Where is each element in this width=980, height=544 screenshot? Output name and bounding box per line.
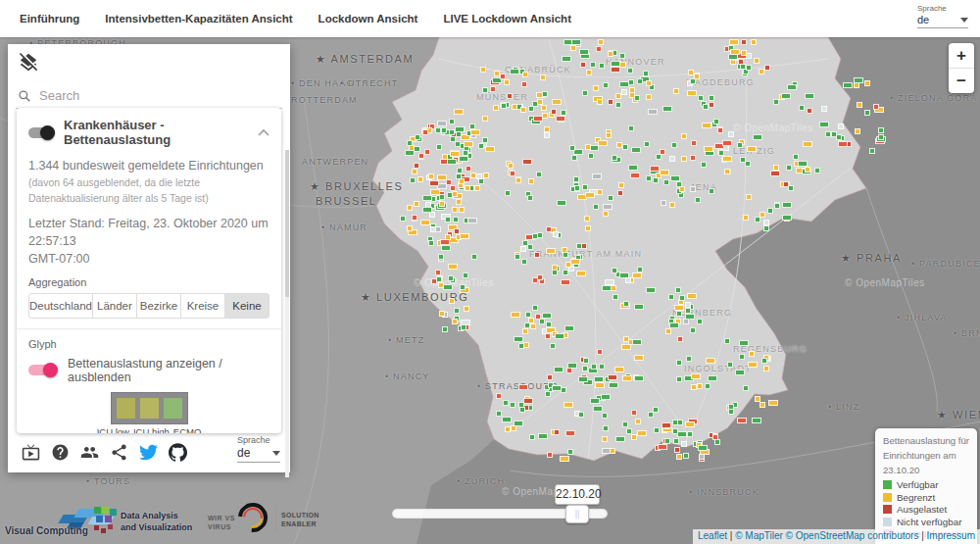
zoom-out-button[interactable]: −: [949, 69, 974, 93]
hospital-glyph[interactable]: [646, 175, 652, 181]
hospital-glyph[interactable]: [687, 293, 697, 299]
attribution-link[interactable]: © MapTiler: [735, 530, 783, 541]
aggregation-bezirke-button[interactable]: Bezirke: [136, 293, 181, 319]
hospital-glyph[interactable]: [774, 203, 780, 209]
hospital-glyph[interactable]: [508, 163, 514, 169]
hospital-glyph[interactable]: [687, 431, 693, 437]
hospital-glyph[interactable]: [428, 240, 434, 246]
hospital-glyph[interactable]: [619, 53, 625, 59]
hospital-glyph[interactable]: [670, 175, 680, 181]
video-tutorial-icon[interactable]: [22, 443, 40, 462]
hospital-glyph[interactable]: [522, 328, 528, 334]
hospital-glyph[interactable]: [672, 420, 678, 425]
hospital-glyph[interactable]: [622, 421, 628, 427]
hospital-glyph[interactable]: [474, 185, 480, 191]
hospital-glyph[interactable]: [511, 425, 516, 431]
hospital-glyph[interactable]: [597, 189, 603, 195]
hospital-glyph[interactable]: [527, 244, 533, 250]
hospital-glyph[interactable]: [739, 354, 745, 360]
hospital-glyph[interactable]: [635, 419, 641, 424]
hospital-glyph[interactable]: [631, 410, 637, 416]
hospital-glyph[interactable]: [450, 136, 456, 142]
hospital-glyph[interactable]: [705, 383, 710, 389]
hospital-glyph[interactable]: [763, 366, 769, 371]
hospital-glyph[interactable]: [627, 68, 633, 74]
hospital-glyph[interactable]: [511, 312, 520, 318]
hospital-glyph[interactable]: [407, 140, 413, 146]
hospital-glyph[interactable]: [476, 173, 482, 179]
hospital-glyph[interactable]: [611, 67, 620, 73]
hospital-glyph[interactable]: [590, 62, 596, 68]
hospital-glyph[interactable]: [669, 202, 675, 208]
hospital-glyph[interactable]: [567, 449, 573, 455]
hospital-glyph[interactable]: [690, 327, 696, 333]
hospital-glyph[interactable]: [545, 391, 551, 397]
hospital-glyph[interactable]: [529, 434, 535, 440]
hospital-glyph[interactable]: [658, 444, 667, 450]
hospital-glyph[interactable]: [648, 109, 658, 115]
hospital-glyph[interactable]: [843, 82, 853, 88]
hospital-glyph[interactable]: [542, 91, 548, 97]
hospital-glyph[interactable]: [746, 194, 752, 200]
hospital-glyph[interactable]: [454, 308, 460, 314]
share-icon[interactable]: [110, 443, 128, 462]
hospital-glyph[interactable]: [687, 90, 697, 96]
hospital-glyph[interactable]: [602, 285, 612, 291]
hospital-glyph[interactable]: [485, 146, 495, 152]
hospital-glyph[interactable]: [410, 177, 416, 183]
hospital-glyph[interactable]: [441, 127, 447, 133]
hospital-glyph[interactable]: [704, 146, 713, 152]
hospital-glyph[interactable]: [414, 163, 419, 169]
hospital-glyph[interactable]: [609, 382, 618, 388]
hospital-glyph[interactable]: [597, 99, 603, 105]
hospital-glyph[interactable]: [677, 431, 687, 437]
hospital-glyph[interactable]: [717, 127, 723, 133]
hospital-glyph[interactable]: [614, 367, 624, 372]
hospital-glyph[interactable]: [598, 140, 608, 146]
hospital-glyph[interactable]: [553, 231, 559, 237]
hospital-glyph[interactable]: [429, 180, 439, 186]
hospital-glyph[interactable]: [634, 95, 640, 101]
hospital-glyph[interactable]: [748, 362, 758, 368]
hospital-glyph[interactable]: [665, 328, 671, 334]
hospital-glyph[interactable]: [608, 99, 613, 105]
hospital-glyph[interactable]: [625, 277, 631, 283]
hospital-glyph[interactable]: [464, 141, 473, 147]
hospital-glyph[interactable]: [515, 177, 521, 183]
hospital-glyph[interactable]: [542, 313, 552, 319]
hospital-glyph[interactable]: [415, 134, 420, 140]
hospital-glyph[interactable]: [405, 150, 415, 156]
hospital-glyph[interactable]: [855, 128, 860, 134]
aggregation-kreise-button[interactable]: Kreise: [180, 293, 225, 319]
hospital-glyph[interactable]: [502, 417, 512, 422]
hospital-glyph[interactable]: [554, 429, 560, 435]
hospital-glyph[interactable]: [781, 93, 791, 99]
hospital-glyph[interactable]: [437, 121, 447, 126]
hospital-glyph[interactable]: [679, 295, 685, 301]
hospital-glyph[interactable]: [551, 109, 557, 115]
hospital-glyph[interactable]: [449, 129, 455, 135]
hospital-glyph[interactable]: [530, 323, 536, 329]
aggregation-deutschland-button[interactable]: Deutschland: [28, 293, 93, 319]
hospital-glyph[interactable]: [417, 176, 423, 182]
hospital-glyph[interactable]: [662, 106, 672, 112]
hospital-glyph[interactable]: [424, 149, 430, 155]
hospital-glyph[interactable]: [634, 355, 644, 361]
hospital-glyph[interactable]: [452, 319, 458, 324]
hospital-glyph[interactable]: [438, 254, 444, 260]
hospital-glyph[interactable]: [554, 367, 564, 372]
hospital-glyph[interactable]: [709, 95, 714, 101]
hospital-glyph[interactable]: [465, 185, 470, 191]
hospital-glyph[interactable]: [699, 454, 705, 460]
hospital-glyph[interactable]: [679, 186, 685, 192]
hospital-glyph[interactable]: [541, 105, 547, 111]
hospital-glyph[interactable]: [673, 88, 679, 94]
hospital-glyph[interactable]: [831, 131, 837, 137]
hospital-glyph[interactable]: [585, 144, 591, 150]
hospital-glyph[interactable]: [634, 304, 644, 310]
hospital-glyph[interactable]: [520, 107, 526, 113]
hospital-glyph[interactable]: [430, 226, 436, 232]
hospital-glyph[interactable]: [787, 84, 797, 90]
hospital-glyph[interactable]: [601, 394, 611, 400]
hospital-glyph[interactable]: [579, 49, 589, 55]
